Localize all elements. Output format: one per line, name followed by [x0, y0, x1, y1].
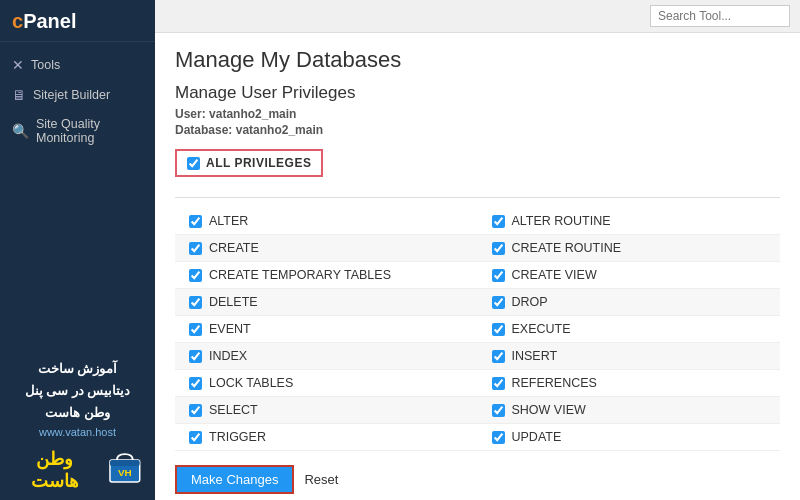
priv-checkbox[interactable]: [492, 377, 505, 390]
priv-cell-right: UPDATE: [478, 424, 781, 451]
priv-checkbox[interactable]: [492, 404, 505, 417]
priv-cell-left: EVENT: [175, 316, 478, 343]
banner-logo: وطن هاست VH: [10, 444, 145, 500]
content-area: Manage My Databases Manage User Privileg…: [155, 33, 800, 500]
table-row: LOCK TABLES REFERENCES: [175, 370, 780, 397]
priv-cell-right: EXECUTE: [478, 316, 781, 343]
svg-rect-1: [110, 460, 140, 466]
priv-label: EVENT: [209, 322, 251, 336]
priv-label: SELECT: [209, 403, 258, 417]
banner-logo-text: وطن هاست: [10, 448, 99, 492]
priv-item[interactable]: SHOW VIEW: [492, 403, 767, 417]
priv-item[interactable]: CREATE: [189, 241, 464, 255]
table-row: CREATE CREATE ROUTINE: [175, 235, 780, 262]
priv-checkbox[interactable]: [189, 242, 202, 255]
priv-checkbox[interactable]: [492, 269, 505, 282]
farsi-line1: آموزش ساخت: [10, 358, 145, 380]
user-label: User:: [175, 107, 206, 121]
priv-checkbox[interactable]: [492, 296, 505, 309]
sidebar: cPanel ✕ Tools 🖥 Sitejet Builder 🔍 Site …: [0, 0, 155, 500]
priv-cell-left: SELECT: [175, 397, 478, 424]
priv-cell-right: CREATE ROUTINE: [478, 235, 781, 262]
priv-checkbox[interactable]: [189, 404, 202, 417]
priv-label: ALTER: [209, 214, 248, 228]
priv-item[interactable]: DROP: [492, 295, 767, 309]
sidebar-nav: ✕ Tools 🖥 Sitejet Builder 🔍 Site Quality…: [0, 42, 155, 348]
logo-area: cPanel: [0, 0, 155, 42]
priv-checkbox[interactable]: [492, 431, 505, 444]
priv-label: INSERT: [512, 349, 558, 363]
table-row: TRIGGER UPDATE: [175, 424, 780, 451]
priv-cell-left: LOCK TABLES: [175, 370, 478, 397]
priv-label: DELETE: [209, 295, 258, 309]
priv-checkbox[interactable]: [189, 269, 202, 282]
priv-item[interactable]: EXECUTE: [492, 322, 767, 336]
priv-checkbox[interactable]: [189, 431, 202, 444]
sidebar-item-sitejet[interactable]: 🖥 Sitejet Builder: [0, 80, 155, 110]
priv-item[interactable]: CREATE ROUTINE: [492, 241, 767, 255]
sidebar-item-quality[interactable]: 🔍 Site Quality Monitoring: [0, 110, 155, 152]
priv-item[interactable]: EVENT: [189, 322, 464, 336]
priv-label: SHOW VIEW: [512, 403, 586, 417]
priv-checkbox[interactable]: [189, 215, 202, 228]
priv-cell-right: CREATE VIEW: [478, 262, 781, 289]
priv-cell-right: REFERENCES: [478, 370, 781, 397]
priv-cell-left: TRIGGER: [175, 424, 478, 451]
reset-button[interactable]: Reset: [304, 472, 338, 487]
priv-item[interactable]: SELECT: [189, 403, 464, 417]
priv-checkbox[interactable]: [492, 242, 505, 255]
all-privileges-label: ALL PRIVILEGES: [206, 156, 311, 170]
svg-text:VH: VH: [118, 467, 132, 478]
sidebar-item-label: Tools: [31, 58, 60, 72]
priv-item[interactable]: LOCK TABLES: [189, 376, 464, 390]
db-value: vatanho2_main: [236, 123, 323, 137]
search-input[interactable]: [650, 5, 790, 27]
priv-item[interactable]: INDEX: [189, 349, 464, 363]
db-info: Database: vatanho2_main: [175, 123, 780, 137]
priv-checkbox[interactable]: [492, 350, 505, 363]
sidebar-item-tools[interactable]: ✕ Tools: [0, 50, 155, 80]
table-row: EVENT EXECUTE: [175, 316, 780, 343]
priv-checkbox[interactable]: [492, 323, 505, 336]
user-info: User: vatanho2_main: [175, 107, 780, 121]
priv-cell-left: CREATE TEMPORARY TABLES: [175, 262, 478, 289]
priv-item[interactable]: DELETE: [189, 295, 464, 309]
priv-checkbox[interactable]: [189, 296, 202, 309]
priv-label: CREATE VIEW: [512, 268, 597, 282]
priv-item[interactable]: ALTER ROUTINE: [492, 214, 767, 228]
all-privileges-box[interactable]: ALL PRIVILEGES: [175, 149, 323, 177]
priv-label: ALTER ROUTINE: [512, 214, 611, 228]
tools-icon: ✕: [12, 57, 24, 73]
priv-label: CREATE TEMPORARY TABLES: [209, 268, 391, 282]
priv-item[interactable]: INSERT: [492, 349, 767, 363]
db-label: Database:: [175, 123, 232, 137]
priv-checkbox[interactable]: [189, 377, 202, 390]
top-bar: [155, 0, 800, 33]
priv-cell-left: ALTER: [175, 208, 478, 235]
priv-item[interactable]: CREATE VIEW: [492, 268, 767, 282]
priv-item[interactable]: TRIGGER: [189, 430, 464, 444]
all-privileges-checkbox[interactable]: [187, 157, 200, 170]
action-row: Make Changes Reset: [175, 465, 780, 494]
priv-item[interactable]: REFERENCES: [492, 376, 767, 390]
priv-label: UPDATE: [512, 430, 562, 444]
priv-label: EXECUTE: [512, 322, 571, 336]
priv-item[interactable]: UPDATE: [492, 430, 767, 444]
priv-item[interactable]: ALTER: [189, 214, 464, 228]
priv-checkbox[interactable]: [492, 215, 505, 228]
priv-checkbox[interactable]: [189, 323, 202, 336]
table-row: ALTER ALTER ROUTINE: [175, 208, 780, 235]
main-content: Manage My Databases Manage User Privileg…: [155, 0, 800, 500]
priv-item[interactable]: CREATE TEMPORARY TABLES: [189, 268, 464, 282]
priv-cell-left: CREATE: [175, 235, 478, 262]
table-row: INDEX INSERT: [175, 343, 780, 370]
priv-cell-right: SHOW VIEW: [478, 397, 781, 424]
make-changes-button[interactable]: Make Changes: [175, 465, 294, 494]
sidebar-banner: آموزش ساخت دیتابیس در سی پنل وطن هاست ww…: [0, 348, 155, 500]
divider: [175, 197, 780, 198]
priv-label: CREATE ROUTINE: [512, 241, 622, 255]
priv-checkbox[interactable]: [189, 350, 202, 363]
section-title: Manage User Privileges: [175, 83, 780, 103]
priv-label: INDEX: [209, 349, 247, 363]
banner-url: www.vatan.host: [10, 426, 145, 438]
